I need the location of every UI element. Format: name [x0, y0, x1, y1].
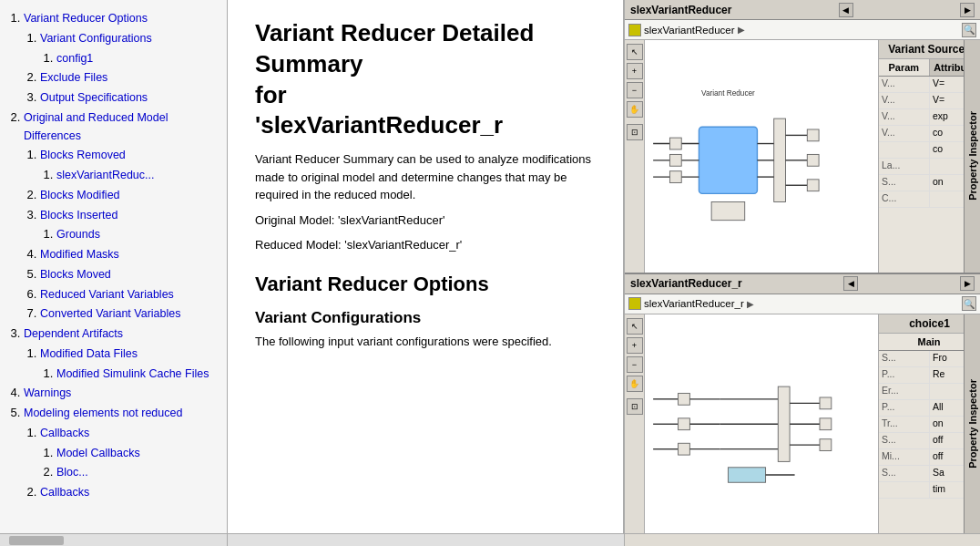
tool-pan-top[interactable]: ✋ [627, 101, 643, 118]
svg-rect-1 [699, 127, 757, 193]
toc-link-warnings[interactable]: Warnings [24, 386, 71, 399]
main-content-area[interactable]: Variant Reducer Detailed Summary for 'sl… [228, 0, 624, 533]
toc-link-modified-masks[interactable]: Modified Masks [40, 248, 119, 261]
tool-cursor-bottom[interactable]: ↖ [627, 318, 643, 335]
svg-rect-23 [679, 417, 690, 429]
toc-item-2-1-1: slexVariantReduc... [56, 166, 223, 184]
toc-link-blocks-removed[interactable]: Blocks Removed [40, 149, 126, 161]
toc-item-1: Variant Reducer Options Variant Configur… [24, 9, 223, 107]
toc-item-2: Original and Reduced Model Differences B… [24, 108, 223, 323]
svg-rect-16 [807, 154, 819, 166]
tool-zoomout-bottom[interactable]: − [627, 356, 643, 373]
toc-item-5-2: Callbacks [40, 483, 223, 501]
toc-link-config1[interactable]: config1 [56, 52, 93, 65]
toc-link-callbacks-1[interactable]: Callbacks [40, 427, 89, 439]
toc-link-bloc[interactable]: Bloc... [56, 466, 88, 479]
main-horizontal-scrollbar[interactable] [228, 533, 624, 546]
model-bottom-breadcrumb: slexVariantReducer_r ▶ 🔍 [625, 294, 980, 314]
toc-item-5-1-2: Bloc... [56, 463, 223, 481]
toc-link-blocks-modified[interactable]: Blocks Modified [40, 189, 120, 201]
model-top-canvas-area: ↖ + − ✋ ⊡ Variant Reducer [625, 40, 980, 273]
toc-item-5-1-1: Model Callbacks [56, 444, 223, 462]
model-bottom-diagram [645, 314, 878, 534]
toc-link-modeling-elements[interactable]: Modeling elements not reduced [24, 407, 182, 419]
model-top-svg: Variant Reducer [645, 40, 878, 273]
tool-zoomin-bottom[interactable]: + [627, 337, 643, 354]
svg-rect-5 [669, 138, 681, 149]
toc-item-3-1-1: Modified Simulink Cache Files [56, 365, 223, 383]
toc-scrollbar-thumb[interactable] [9, 536, 64, 545]
original-model-label: Original Model: 'slexVariantReducer' [255, 211, 596, 230]
model-bottom-nav-fwd[interactable]: ▶ [960, 276, 975, 291]
model-bottom-tools: ↖ + − ✋ ⊡ [625, 314, 645, 534]
toc-link-variant-configs[interactable]: Variant Configurations [40, 32, 152, 45]
property-inspector-top: Variant Source1 Param Attribu... V... V= [878, 40, 980, 273]
model-bottom-title: slexVariantReducer_r [630, 277, 742, 290]
toc-item-5: Modeling elements not reduced Callbacks … [24, 404, 223, 501]
svg-rect-35 [820, 397, 832, 408]
svg-rect-6 [669, 154, 681, 166]
toc-horizontal-scrollbar[interactable] [0, 533, 227, 546]
svg-rect-37 [820, 438, 832, 450]
tool-zoomin-top[interactable]: + [627, 63, 643, 79]
model-top-title: slexVariantReducer [630, 4, 731, 16]
toc-link-model-callbacks[interactable]: Model Callbacks [56, 447, 140, 459]
svg-rect-7 [669, 171, 681, 183]
toc-link-output-specs[interactable]: Output Specifications [40, 91, 148, 104]
section-variant-configurations: Variant Configurations [255, 309, 596, 327]
toc-link-callbacks-2[interactable]: Callbacks [40, 486, 89, 499]
model-bottom-breadcrumb-arrow: ▶ [747, 299, 754, 309]
model-bottom-hscroll[interactable] [625, 533, 980, 546]
toc-item-2-6: Reduced Variant Variables [40, 285, 223, 304]
toc-link-blocks-moved[interactable]: Blocks Moved [40, 268, 111, 281]
toc-link-grounds[interactable]: Grounds [56, 228, 100, 241]
toc-item-1-2: Exclude Files [40, 68, 223, 87]
model-bottom-breadcrumb-label[interactable]: slexVariantReducer_r [644, 298, 744, 309]
model-bottom-search-btn[interactable]: 🔍 [962, 296, 976, 311]
right-area: slexVariantReducer ◀ ▶ slexVariantReduce… [625, 0, 980, 546]
toc-link-slexvariant-reduc[interactable]: slexVariantReduc... [56, 169, 154, 181]
svg-rect-17 [807, 180, 819, 191]
model-bottom-nav-back[interactable]: ◀ [843, 276, 858, 291]
toc-link-modified-simulink-cache[interactable]: Modified Simulink Cache Files [56, 367, 209, 380]
svg-rect-26 [679, 443, 690, 455]
tool-pan-bottom[interactable]: ✋ [627, 376, 643, 392]
pi-top-vertical-label: Property Inspector [964, 40, 980, 273]
toc-link-reduced-variant-vars[interactable]: Reduced Variant Variables [40, 288, 174, 301]
toc-link-variant-reducer-options[interactable]: Variant Reducer Options [24, 12, 148, 25]
toc-item-2-3-1: Grounds [56, 225, 223, 243]
pi-bottom-vertical-label: Property Inspector [964, 314, 980, 534]
model-bottom-canvas-area: ↖ + − ✋ ⊡ [625, 314, 980, 534]
model-top-search-btn[interactable]: 🔍 [962, 23, 976, 37]
svg-text:Variant Reducer: Variant Reducer [701, 89, 755, 98]
reduced-model-label: Reduced Model: 'slexVariantReducer_r' [255, 236, 596, 254]
tool-fit-top[interactable]: ⊡ [627, 124, 643, 140]
toc-item-2-2: Blocks Modified [40, 186, 223, 204]
toc-item-2-3: Blocks Inserted Grounds [40, 206, 223, 244]
svg-rect-18 [711, 202, 745, 221]
toc-item-2-1: Blocks Removed slexVariantReduc... [40, 146, 223, 184]
toc-link-model-differences[interactable]: Original and Reduced Model Differences [24, 111, 168, 142]
toc-link-converted-variant-vars[interactable]: Converted Variant Variables [40, 307, 180, 320]
toc-scroll[interactable]: Variant Reducer Options Variant Configur… [0, 0, 227, 533]
tool-fit-bottom[interactable]: ⊡ [627, 398, 643, 415]
toc-item-5-1: Callbacks Model Callbacks Bloc... [40, 424, 223, 481]
model-bottom-breadcrumb-icon [628, 297, 641, 310]
svg-rect-31 [778, 386, 790, 461]
property-inspector-bottom: choice1 Main S... Fro P... Re [878, 314, 980, 534]
toc-item-2-7: Converted Variant Variables [40, 304, 223, 323]
model-top-breadcrumb-label[interactable]: slexVariantReducer [644, 25, 735, 36]
svg-rect-20 [679, 393, 690, 405]
toc-link-exclude-files[interactable]: Exclude Files [40, 71, 107, 84]
model-top-nav-fwd[interactable]: ▶ [960, 3, 975, 17]
tool-cursor-top[interactable]: ↖ [627, 44, 643, 60]
toc-link-dependent-artifacts[interactable]: Dependent Artifacts [24, 327, 123, 340]
tool-zoomout-top[interactable]: − [627, 82, 643, 98]
pi-top-tab-param[interactable]: Param [879, 59, 930, 76]
toc-item-1-1-1: config1 [56, 49, 223, 67]
toc-link-modified-data-files[interactable]: Modified Data Files [40, 347, 138, 360]
toc-item-3-1: Modified Data Files Modified Simulink Ca… [40, 345, 223, 383]
model-top-tools: ↖ + − ✋ ⊡ [625, 40, 645, 273]
model-top-nav-back[interactable]: ◀ [839, 3, 853, 17]
toc-link-blocks-inserted[interactable]: Blocks Inserted [40, 209, 117, 221]
